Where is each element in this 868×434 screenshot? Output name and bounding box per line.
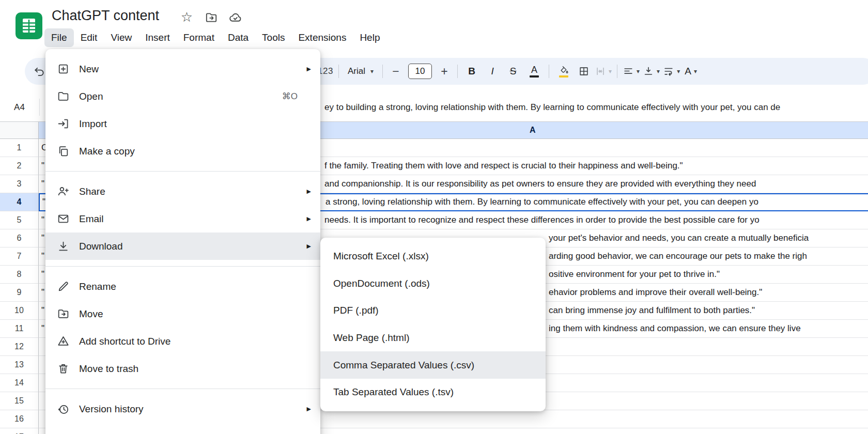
google-sheets-window: ChatGPT content ☆ FileEditViewInsertForm… xyxy=(0,0,868,434)
font-family-select[interactable]: Arial ▾ xyxy=(343,61,379,81)
menu-item-label: Move to trash xyxy=(79,363,311,375)
file-menu-item-version-history[interactable]: Version history▶ xyxy=(45,395,320,423)
menu-shortcut-label: ⌘O xyxy=(282,91,298,102)
select-all-corner[interactable] xyxy=(0,122,39,139)
file-menu-item-open[interactable]: Open⌘O xyxy=(45,83,320,110)
row-header-9[interactable]: 9 xyxy=(0,284,39,302)
merge-cells-button[interactable]: ▾ xyxy=(593,61,613,81)
chevron-down-icon: ▾ xyxy=(657,68,660,74)
file-menu-item-rename[interactable]: Rename xyxy=(45,273,320,300)
chevron-down-icon: ▾ xyxy=(637,68,640,74)
menubar-item-tools[interactable]: Tools xyxy=(255,28,291,47)
file-menu-item-share[interactable]: Share▶ xyxy=(45,178,320,205)
download-option-tab-separated-values-tsv[interactable]: Tab Separated Values (.tsv) xyxy=(320,379,546,406)
row-header-7[interactable]: 7 xyxy=(0,247,39,266)
row-header-11[interactable]: 11 xyxy=(0,320,39,338)
row-header-12[interactable]: 12 xyxy=(0,338,39,356)
menu-item-label: Version history xyxy=(79,404,304,415)
row-header-13[interactable]: 13 xyxy=(0,356,39,374)
text-color-button[interactable]: A xyxy=(523,61,545,81)
cell-text-lead: " xyxy=(41,211,44,229)
menubar-item-insert[interactable]: Insert xyxy=(138,28,177,47)
download-icon xyxy=(57,240,70,253)
row-header-14[interactable]: 14 xyxy=(0,374,39,392)
row-header-16[interactable]: 16 xyxy=(0,410,39,428)
menu-item-label: Make a copy xyxy=(79,146,311,157)
strikethrough-button[interactable]: S xyxy=(503,61,523,81)
menubar-item-help[interactable]: Help xyxy=(353,28,386,47)
row-header-17[interactable]: 17 xyxy=(0,428,39,434)
text-rotation-button[interactable]: A ▾ xyxy=(681,61,700,81)
horizontal-align-button[interactable]: ▾ xyxy=(621,61,641,81)
menubar-item-extensions[interactable]: Extensions xyxy=(291,28,353,47)
version-history-icon xyxy=(57,402,70,415)
cell-reference-box[interactable]: A4 xyxy=(0,93,39,121)
sheets-logo[interactable] xyxy=(16,12,42,39)
document-title[interactable]: ChatGPT content xyxy=(52,8,159,24)
menu-item-label: New xyxy=(79,64,304,75)
menubar-item-view[interactable]: View xyxy=(104,28,138,47)
file-menu-item-email[interactable]: Email▶ xyxy=(45,205,320,233)
cell-text-lead: " xyxy=(41,175,44,193)
column-header-label: A xyxy=(530,122,536,138)
menubar-item-format[interactable]: Format xyxy=(177,28,221,47)
row-header-8[interactable]: 8 xyxy=(0,266,39,284)
file-menu-item-import[interactable]: Import xyxy=(45,110,320,137)
file-menu: New▶Open⌘OImportMake a copyShare▶Email▶D… xyxy=(45,49,320,434)
formula-bar-divider xyxy=(39,99,40,116)
chevron-down-icon: ▾ xyxy=(370,68,374,74)
cell-text-lead: " xyxy=(41,247,44,265)
download-option-microsoft-excel-xlsx[interactable]: Microsoft Excel (.xlsx) xyxy=(320,243,546,270)
menu-item-label: Add shortcut to Drive xyxy=(79,336,311,347)
file-menu-item-move-to-trash[interactable]: Move to trash xyxy=(45,355,320,382)
row-header-6[interactable]: 6 xyxy=(0,229,39,247)
download-option-pdf-pdf[interactable]: PDF (.pdf) xyxy=(320,297,546,324)
drive-shortcut-icon xyxy=(57,335,70,348)
file-menu-item-make-a-copy[interactable]: Make a copy xyxy=(45,137,320,165)
menubar-item-data[interactable]: Data xyxy=(221,28,255,47)
formula-input[interactable]: ey to building a strong, loving relation… xyxy=(324,93,868,121)
star-icon[interactable]: ☆ xyxy=(180,10,194,24)
toolbar-divider xyxy=(617,65,617,78)
menubar-item-file[interactable]: File xyxy=(44,28,74,47)
text-color-letter: A xyxy=(531,65,537,74)
menubar-item-edit[interactable]: Edit xyxy=(74,28,104,47)
increase-font-size-button[interactable]: + xyxy=(435,61,454,81)
download-option-opendocument-ods[interactable]: OpenDocument (.ods) xyxy=(320,270,546,298)
row-header-1[interactable]: 1 xyxy=(0,139,39,157)
vertical-align-button[interactable]: ▾ xyxy=(641,61,661,81)
italic-button[interactable]: I xyxy=(482,61,503,81)
file-menu-item-download[interactable]: Download▶ xyxy=(45,233,320,260)
file-menu-item-move[interactable]: Move xyxy=(45,300,320,328)
row-header-10[interactable]: 10 xyxy=(0,302,39,320)
chevron-down-icon: ▾ xyxy=(609,68,612,74)
row-header-4[interactable]: 4 xyxy=(0,193,39,211)
download-option-web-page-html[interactable]: Web Page (.html) xyxy=(320,324,546,352)
row-header-2[interactable]: 2 xyxy=(0,157,39,175)
row-header-15[interactable]: 15 xyxy=(0,392,39,410)
import-icon xyxy=(57,117,70,130)
text-color-swatch xyxy=(530,75,539,78)
cell-text-lead: " xyxy=(41,320,44,337)
cloud-status-icon[interactable] xyxy=(228,10,242,24)
cell-text-fragment: arding good behavior, we can encourage o… xyxy=(549,247,807,265)
borders-button[interactable] xyxy=(575,61,593,81)
file-menu-item-new[interactable]: New▶ xyxy=(45,55,320,83)
row-header-3[interactable]: 3 xyxy=(0,175,39,193)
menu-item-label: Open xyxy=(79,91,282,102)
toolbar-divider xyxy=(338,65,339,78)
email-icon xyxy=(57,212,70,225)
text-wrap-button[interactable]: ▾ xyxy=(661,61,681,81)
submenu-arrow-icon: ▶ xyxy=(304,66,311,72)
menu-item-label: Move xyxy=(79,308,311,320)
move-folder-icon[interactable] xyxy=(204,10,218,24)
download-option-comma-separated-values-csv[interactable]: Comma Separated Values (.csv) xyxy=(320,351,546,379)
file-menu-item-add-shortcut-to-drive[interactable]: Add shortcut to Drive xyxy=(45,328,320,355)
decrease-font-size-button[interactable]: − xyxy=(386,61,405,81)
row-header-5[interactable]: 5 xyxy=(0,211,39,229)
toolbar-divider xyxy=(549,65,549,78)
fill-color-button[interactable] xyxy=(553,61,575,81)
bold-button[interactable]: B xyxy=(461,61,482,81)
menu-divider xyxy=(45,266,320,267)
font-size-input[interactable]: 10 xyxy=(408,64,432,79)
